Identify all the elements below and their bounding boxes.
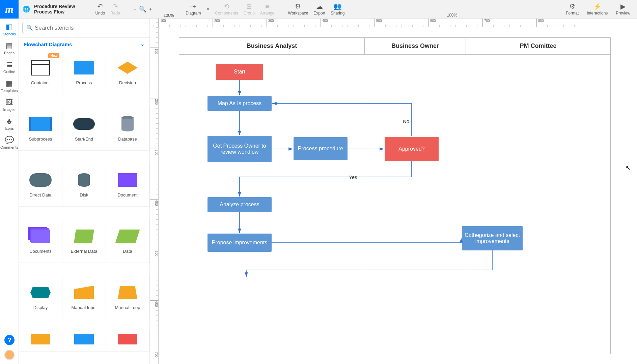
stencil-database[interactable]: Database <box>106 107 149 151</box>
node-propose[interactable]: Propose improvements <box>207 234 272 252</box>
globe-icon[interactable]: 🌐 <box>23 5 30 13</box>
lane-header-1[interactable]: Business Owner <box>365 38 466 55</box>
rail-label: Stencils <box>3 32 16 36</box>
stencil-label: Container <box>31 80 50 85</box>
redo-icon: ↷ <box>112 3 118 10</box>
stencil-disk[interactable]: Disk <box>62 163 106 207</box>
rail-item-templates[interactable]: ▦Templates <box>0 78 19 94</box>
stencil-partial[interactable] <box>62 331 106 352</box>
swimlane-container[interactable]: Business Analyst Business Owner PM Comit… <box>179 37 611 354</box>
stencil-label: Manual Input <box>71 305 96 310</box>
app-logo[interactable]: m <box>0 0 19 19</box>
stencil-process[interactable]: Process <box>62 51 106 94</box>
diagram-dropdown-icon[interactable]: ▼ <box>206 7 210 11</box>
undo-button[interactable]: ↶Undo <box>95 3 105 16</box>
stencil-subprocess[interactable]: Subprocess <box>19 107 62 151</box>
stencil-direct-data[interactable]: Direct Data <box>19 163 62 207</box>
stencil-shape <box>29 228 52 245</box>
lane-divider <box>466 55 466 354</box>
stencil-documents[interactable]: Documents <box>19 219 62 263</box>
stencil-label: Documents <box>29 249 52 254</box>
doc-title-line2: Process Flow <box>34 9 75 14</box>
rail-item-pages[interactable]: ▤Pages <box>0 40 19 56</box>
stencil-manual-loop[interactable]: Manual Loop <box>106 275 149 319</box>
workspace-icon: ⚙ <box>295 3 301 10</box>
stencil-label: Start/End <box>75 136 93 142</box>
rail-icon: ≣ <box>6 60 12 69</box>
rail-icon: 🖼 <box>6 98 13 107</box>
node-label: Analyze process <box>220 202 259 208</box>
stencil-label: Manual Loop <box>115 305 140 310</box>
stencil-start-end[interactable]: Start/End <box>62 107 106 151</box>
stencil-shape <box>116 334 139 344</box>
node-cathegorize[interactable]: Cathegorize and select improvements <box>462 226 523 250</box>
rail-label: Templates <box>1 89 18 93</box>
rail-item-outline[interactable]: ≣Outline <box>0 59 19 75</box>
node-label: Map As Is process <box>218 100 262 107</box>
stencil-shape <box>29 116 52 132</box>
components-icon: ⟲ <box>224 3 229 10</box>
rail-item-images[interactable]: 🖼Images <box>0 97 19 113</box>
search-input[interactable] <box>22 22 146 34</box>
stencil-partial[interactable] <box>19 331 62 352</box>
zoom-value: 100% <box>159 13 179 18</box>
zoom-out-icon[interactable]: − <box>134 6 136 12</box>
node-approved[interactable]: Approved? <box>385 137 439 161</box>
lane-header-0[interactable]: Business Analyst <box>179 38 365 55</box>
stencil-data[interactable]: Data <box>106 219 149 263</box>
stencil-decision[interactable]: Decision <box>106 51 149 94</box>
node-label: Approved? <box>398 146 424 152</box>
stencil-shape <box>72 284 96 301</box>
preview-icon: ▶ <box>620 3 626 10</box>
document-title[interactable]: Procedure Review Process Flow <box>34 4 75 14</box>
stencil-label: Subprocess <box>29 136 52 142</box>
rail-label: Pages <box>4 51 15 55</box>
group-icon: ⊞ <box>246 3 252 10</box>
stencil-panel: Flowchart Diagrams ⌄ NewContainerProcess… <box>19 19 150 364</box>
node-label: Cathegorize and select improvements <box>464 232 521 244</box>
lane-label: PM Comittee <box>520 42 556 50</box>
stencil-partial[interactable] <box>106 331 149 352</box>
redo-button[interactable]: ↷Redo <box>110 3 120 16</box>
rail-item-comments[interactable]: 💬Comments <box>0 134 19 151</box>
node-analyze[interactable]: Analyze process <box>207 197 272 212</box>
rail-icon: ◧ <box>6 23 13 31</box>
stencil-shape <box>72 59 96 76</box>
stencil-grid: NewContainerProcessDecisionSubprocessSta… <box>19 51 149 364</box>
stencil-shape <box>72 116 96 132</box>
node-process-procedure[interactable]: Process procedure <box>294 137 348 160</box>
node-label: Propose improvements <box>212 240 268 246</box>
rail-item-stencils[interactable]: ◧Stencils <box>0 21 19 37</box>
lane-label: Business Owner <box>391 42 439 50</box>
canvas[interactable]: Business Analyst Business Owner PM Comit… <box>159 27 637 364</box>
stencil-container[interactable]: NewContainer <box>19 51 62 94</box>
stencil-category-header[interactable]: Flowchart Diagrams ⌄ <box>19 38 149 51</box>
ruler-corner <box>150 19 159 27</box>
rail-icon: ▤ <box>6 41 13 50</box>
stencil-shape <box>116 116 139 132</box>
help-button[interactable]: ? <box>4 335 15 345</box>
stencil-shape <box>29 334 52 344</box>
rail-label: Icons <box>5 126 13 130</box>
rail-item-icons[interactable]: ♣Icons <box>0 116 19 132</box>
stencil-document[interactable]: Document <box>106 163 149 207</box>
sharing-icon: 👥 <box>333 3 342 10</box>
stencil-external-data[interactable]: External Data <box>62 219 106 263</box>
node-start[interactable]: Start <box>216 64 263 80</box>
rail-label: Comments <box>0 145 18 149</box>
user-avatar[interactable] <box>4 350 15 360</box>
stencil-category-label: Flowchart Diagrams <box>24 41 72 47</box>
zoom-control[interactable]: − 🔍 + 100% <box>127 5 159 13</box>
canvas-area[interactable]: 100200300400500600700800 100200300400500… <box>150 19 637 364</box>
stencil-display[interactable]: Display <box>19 275 62 319</box>
node-map[interactable]: Map As Is process <box>207 96 272 111</box>
zoom-in-icon[interactable]: + <box>149 6 152 12</box>
node-get[interactable]: Get Process Owner to review workflow <box>207 136 272 162</box>
stencil-manual-input[interactable]: Manual Input <box>62 275 106 319</box>
stencil-shape <box>72 228 96 245</box>
stencil-label: External Data <box>71 249 98 254</box>
undo-label: Undo <box>95 11 105 16</box>
stencil-shape <box>29 284 52 301</box>
export-icon: ☁ <box>316 3 323 10</box>
lane-header-2[interactable]: PM Comittee <box>466 38 610 55</box>
